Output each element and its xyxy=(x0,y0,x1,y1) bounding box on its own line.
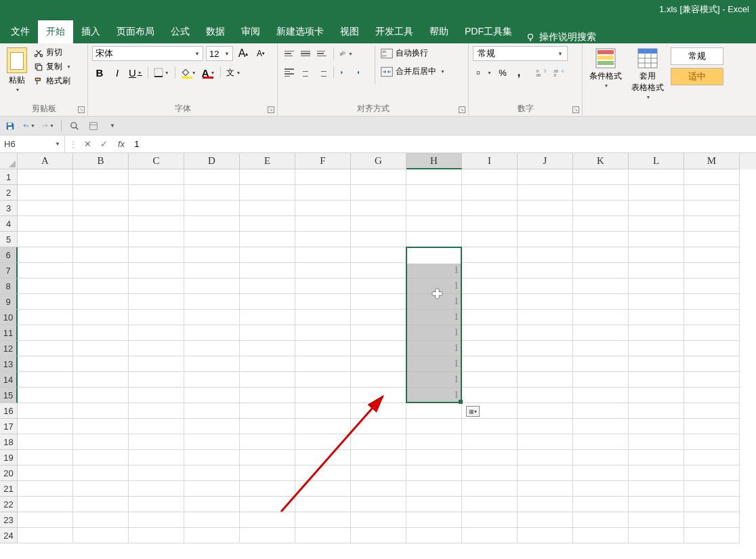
cell-H9[interactable]: 1 xyxy=(406,294,462,310)
align-right-button[interactable] xyxy=(314,65,329,80)
cell-E3[interactable] xyxy=(240,201,295,216)
cell-L9[interactable] xyxy=(629,294,684,310)
cell-M13[interactable] xyxy=(684,356,740,372)
row-header-17[interactable]: 17 xyxy=(0,419,18,434)
col-header-A[interactable]: A xyxy=(18,153,73,169)
bold-button[interactable]: B xyxy=(92,65,107,80)
cell-M12[interactable] xyxy=(684,341,740,356)
cell-F24[interactable] xyxy=(295,528,351,543)
cell-H19[interactable] xyxy=(406,450,462,465)
cell-L24[interactable] xyxy=(629,528,684,543)
cell-H17[interactable] xyxy=(406,419,462,434)
cell-G4[interactable] xyxy=(351,216,406,232)
cell-B4[interactable] xyxy=(73,216,129,232)
dialog-launcher-icon[interactable]: ↘ xyxy=(572,106,579,113)
cell-F22[interactable] xyxy=(295,497,351,512)
tab-公式[interactable]: 公式 xyxy=(163,20,198,43)
percent-button[interactable]: % xyxy=(495,65,510,80)
cell-H23[interactable] xyxy=(406,512,462,528)
orientation-button[interactable]: ab▼ xyxy=(338,46,353,61)
border-button[interactable]: ▼ xyxy=(152,65,171,80)
cell-M5[interactable] xyxy=(684,232,740,247)
cell-G23[interactable] xyxy=(351,512,406,528)
cell-M2[interactable] xyxy=(684,185,740,201)
cell-M17[interactable] xyxy=(684,419,740,434)
cell-A20[interactable] xyxy=(18,465,73,481)
cell-J5[interactable] xyxy=(518,232,573,247)
cell-B23[interactable] xyxy=(73,512,129,528)
cell-C2[interactable] xyxy=(129,185,184,201)
tab-开发工具[interactable]: 开发工具 xyxy=(367,20,421,43)
cell-F21[interactable] xyxy=(295,481,351,497)
cell-C5[interactable] xyxy=(129,232,184,247)
cell-K21[interactable] xyxy=(573,481,629,497)
row-header-20[interactable]: 20 xyxy=(0,465,18,481)
cell-F15[interactable] xyxy=(295,388,351,403)
cell-J18[interactable] xyxy=(518,434,573,450)
cell-I11[interactable] xyxy=(462,325,518,341)
cell-D6[interactable] xyxy=(184,247,240,263)
cell-F6[interactable] xyxy=(295,247,351,263)
cell-I14[interactable] xyxy=(462,372,518,388)
cell-E9[interactable] xyxy=(240,294,295,310)
cell-E24[interactable] xyxy=(240,528,295,543)
cell-F18[interactable] xyxy=(295,434,351,450)
cell-G8[interactable] xyxy=(351,278,406,294)
cell-D12[interactable] xyxy=(184,341,240,356)
formula-input[interactable] xyxy=(129,136,756,152)
cell-B22[interactable] xyxy=(73,497,129,512)
font-color-button[interactable]: A ▼ xyxy=(201,65,217,80)
col-header-B[interactable]: B xyxy=(73,153,129,169)
qat-customize-button[interactable]: ▼ xyxy=(106,120,119,132)
cell-H4[interactable] xyxy=(406,216,462,232)
cell-C24[interactable] xyxy=(129,528,184,543)
cell-H2[interactable] xyxy=(406,185,462,201)
cell-A4[interactable] xyxy=(18,216,73,232)
cell-L17[interactable] xyxy=(629,419,684,434)
cell-K14[interactable] xyxy=(573,372,629,388)
row-header-13[interactable]: 13 xyxy=(0,356,18,372)
cell-E20[interactable] xyxy=(240,465,295,481)
cell-M21[interactable] xyxy=(684,481,740,497)
cell-D15[interactable] xyxy=(184,388,240,403)
cell-G10[interactable] xyxy=(351,310,406,325)
cell-F11[interactable] xyxy=(295,325,351,341)
underline-button[interactable]: U▼ xyxy=(127,65,144,80)
cell-G7[interactable] xyxy=(351,263,406,278)
cell-C8[interactable] xyxy=(129,278,184,294)
cell-L2[interactable] xyxy=(629,185,684,201)
merge-center-button[interactable]: 合并后居中▼ xyxy=(378,64,448,79)
cell-I20[interactable] xyxy=(462,465,518,481)
cell-L16[interactable] xyxy=(629,403,684,419)
cell-M9[interactable] xyxy=(684,294,740,310)
cell-B19[interactable] xyxy=(73,450,129,465)
cell-J23[interactable] xyxy=(518,512,573,528)
cell-K17[interactable] xyxy=(573,419,629,434)
align-left-button[interactable] xyxy=(282,65,297,80)
cell-J15[interactable] xyxy=(518,388,573,403)
cell-D3[interactable] xyxy=(184,201,240,216)
cell-B13[interactable] xyxy=(73,356,129,372)
cell-J2[interactable] xyxy=(518,185,573,201)
cell-A10[interactable] xyxy=(18,310,73,325)
cell-M19[interactable] xyxy=(684,450,740,465)
cell-K24[interactable] xyxy=(573,528,629,543)
phonetic-button[interactable]: 文▼ xyxy=(225,65,242,80)
col-header-D[interactable]: D xyxy=(184,153,240,169)
style-moderate[interactable]: 适中 xyxy=(671,68,723,85)
cell-C16[interactable] xyxy=(129,403,184,419)
cell-C11[interactable] xyxy=(129,325,184,341)
format-as-table-button[interactable]: 套用 表格格式 ▼ xyxy=(629,46,667,101)
cell-K3[interactable] xyxy=(573,201,629,216)
cell-F2[interactable] xyxy=(295,185,351,201)
row-header-18[interactable]: 18 xyxy=(0,434,18,450)
cell-I6[interactable] xyxy=(462,247,518,263)
cell-F16[interactable] xyxy=(295,403,351,419)
cell-L19[interactable] xyxy=(629,450,684,465)
dialog-launcher-icon[interactable]: ↘ xyxy=(78,106,85,113)
col-header-K[interactable]: K xyxy=(573,153,629,169)
cell-A2[interactable] xyxy=(18,185,73,201)
cell-E14[interactable] xyxy=(240,372,295,388)
increase-indent-button[interactable] xyxy=(354,65,369,80)
cell-I4[interactable] xyxy=(462,216,518,232)
